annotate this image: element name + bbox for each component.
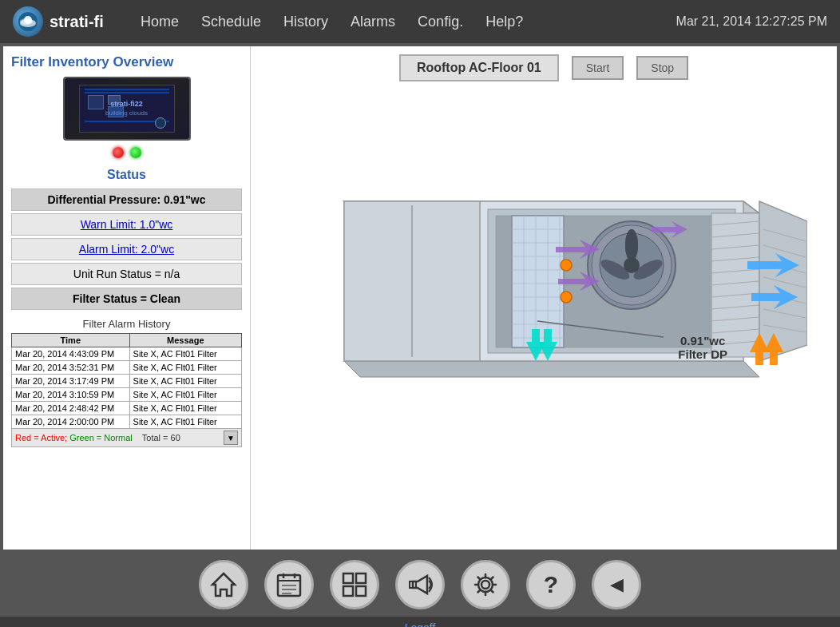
- alarm-history: Filter Alarm History Time Message Mar 20…: [11, 318, 242, 447]
- logo-icon: [13, 6, 43, 37]
- alarm-time: Mar 20, 2014 2:48:42 PM: [12, 402, 130, 415]
- nav-help[interactable]: Help?: [485, 10, 523, 34]
- device-chip: strati-fi22 building clouds: [79, 85, 175, 133]
- svg-rect-78: [356, 573, 366, 583]
- alarm-limit-link[interactable]: Alarm Limit: 2.0"wc: [79, 243, 174, 256]
- legend-red: Red = Active;: [15, 433, 67, 442]
- ac-illustration: 0.91"wc Filter DP: [280, 89, 807, 393]
- footer: Logoff: [0, 617, 840, 627]
- warn-limit-row: Warn Limit: 1.0"wc: [11, 213, 242, 236]
- differential-pressure-row: Differential Pressure: 0.91"wc: [11, 188, 242, 211]
- alarm-time: Mar 20, 2014 3:52:31 PM: [12, 361, 130, 375]
- alarm-time: Mar 20, 2014 3:10:59 PM: [12, 388, 130, 402]
- main-content: Filter Inventory Overview: [3, 46, 837, 550]
- left-panel: Filter Inventory Overview: [3, 46, 251, 550]
- dp-annotation: 0.91"wc Filter DP: [678, 334, 727, 361]
- svg-marker-81: [413, 576, 427, 593]
- legend-green: Green = Normal: [69, 433, 133, 442]
- svg-rect-80: [356, 586, 366, 596]
- legend-total: Total = 60: [142, 433, 180, 442]
- header: strati-fi Home Schedule History Alarms C…: [0, 0, 840, 43]
- alarm-row: Mar 20, 2014 3:17:49 PMSite X, AC Flt01 …: [12, 375, 242, 388]
- page-title: Filter Inventory Overview: [11, 54, 242, 70]
- ac-unit-svg: [280, 89, 807, 393]
- dp-label: Differential Pressure:: [47, 193, 160, 206]
- nav-config[interactable]: Config.: [418, 10, 463, 34]
- logo-text: strati-fi: [50, 13, 104, 31]
- device-text: strati-fi22 building clouds: [105, 100, 148, 117]
- config-nav-btn[interactable]: [461, 560, 510, 609]
- schedule-nav-btn[interactable]: [264, 560, 314, 609]
- unit-run-status-row: Unit Run Status = n/a: [11, 263, 242, 285]
- device-img-inner: strati-fi22 building clouds: [65, 78, 189, 139]
- alarm-time: Mar 20, 2014 4:43:09 PM: [12, 347, 130, 361]
- alarm-message: Site X, AC Flt01 Filter: [129, 361, 241, 375]
- grid-nav-btn[interactable]: [330, 560, 379, 609]
- filter-status-row: Filter Status = Clean: [11, 288, 242, 310]
- device-subtitle: building clouds: [105, 109, 148, 117]
- col-time: Time: [12, 334, 130, 347]
- svg-point-83: [481, 581, 489, 589]
- alarm-time: Mar 20, 2014 3:17:49 PM: [12, 375, 130, 388]
- svg-point-3: [24, 16, 32, 24]
- help-nav-btn[interactable]: ?: [526, 560, 576, 609]
- alarm-message: Site X, AC Flt01 Filter: [129, 402, 241, 415]
- svg-point-19: [625, 229, 638, 261]
- footer-legend: Red = Active; Green = Normal Total = 60: [15, 433, 180, 442]
- alarm-row: Mar 20, 2014 4:43:09 PMSite X, AC Flt01 …: [12, 347, 242, 361]
- main-nav: Home Schedule History Alarms Config. Hel…: [141, 10, 676, 34]
- svg-marker-4: [344, 361, 759, 377]
- alarm-history-title: Filter Alarm History: [11, 318, 242, 330]
- alarm-footer: Red = Active; Green = Normal Total = 60 …: [11, 429, 242, 447]
- bottom-nav: ? ◀: [0, 553, 840, 617]
- alarm-row: Mar 20, 2014 3:10:59 PMSite X, AC Flt01 …: [12, 388, 242, 402]
- ac-unit-header: Rooftop AC-Floor 01 Start Stop: [399, 54, 688, 81]
- nav-history[interactable]: History: [283, 10, 328, 34]
- alarm-row: Mar 20, 2014 2:48:42 PMSite X, AC Flt01 …: [12, 402, 242, 415]
- alarm-row: Mar 20, 2014 2:00:00 PMSite X, AC Flt01 …: [12, 415, 242, 429]
- svg-point-84: [478, 577, 493, 592]
- alarm-message: Site X, AC Flt01 Filter: [129, 347, 241, 361]
- ac-unit-name: Rooftop AC-Floor 01: [399, 54, 559, 81]
- alarm-row: Mar 20, 2014 3:52:31 PMSite X, AC Flt01 …: [12, 361, 242, 375]
- device-image: strati-fi22 building clouds: [63, 77, 191, 141]
- svg-marker-69: [212, 573, 235, 596]
- alarm-message: Site X, AC Flt01 Filter: [129, 375, 241, 388]
- svg-point-57: [561, 260, 572, 271]
- led-red: [113, 147, 124, 158]
- alarm-time: Mar 20, 2014 2:00:00 PM: [12, 415, 130, 429]
- alarm-message: Site X, AC Flt01 Filter: [129, 415, 241, 429]
- svg-marker-35: [759, 201, 807, 361]
- svg-point-22: [624, 257, 640, 273]
- led-row: [11, 147, 242, 158]
- alarm-tbody: Mar 20, 2014 4:43:09 PMSite X, AC Flt01 …: [12, 347, 242, 429]
- dp-value-label: 0.91"wc: [678, 334, 727, 347]
- nav-home[interactable]: Home: [141, 10, 179, 34]
- logo-area: strati-fi: [13, 6, 141, 37]
- svg-point-58: [561, 292, 572, 303]
- scroll-down-btn[interactable]: ▼: [224, 431, 238, 445]
- back-nav-btn[interactable]: ◀: [592, 560, 641, 609]
- led-green: [130, 147, 141, 158]
- col-message: Message: [129, 334, 241, 347]
- nav-alarms[interactable]: Alarms: [351, 10, 395, 34]
- start-button[interactable]: Start: [572, 56, 624, 80]
- warn-limit-link[interactable]: Warn Limit: 1.0"wc: [81, 218, 173, 231]
- home-nav-btn[interactable]: [199, 560, 248, 609]
- logoff-link[interactable]: Logoff: [405, 621, 436, 627]
- alarm-message: Site X, AC Flt01 Filter: [129, 388, 241, 402]
- alarm-table: Time Message Mar 20, 2014 4:43:09 PMSite…: [11, 333, 242, 429]
- datetime: Mar 21, 2014 12:27:25 PM: [676, 14, 827, 29]
- svg-marker-43: [512, 216, 564, 347]
- device-name: strati-fi22: [105, 100, 148, 109]
- alarm-limit-row: Alarm Limit: 2.0"wc: [11, 238, 242, 260]
- svg-rect-79: [343, 586, 353, 596]
- dp-label: Filter DP: [678, 347, 727, 361]
- nav-schedule[interactable]: Schedule: [201, 10, 261, 34]
- stop-button[interactable]: Stop: [636, 56, 688, 80]
- dp-value: 0.91"wc: [164, 193, 206, 206]
- alarm-nav-btn[interactable]: [395, 560, 445, 609]
- right-panel: Rooftop AC-Floor 01 Start Stop: [251, 46, 837, 550]
- status-title: Status: [11, 168, 242, 182]
- svg-rect-77: [343, 573, 353, 583]
